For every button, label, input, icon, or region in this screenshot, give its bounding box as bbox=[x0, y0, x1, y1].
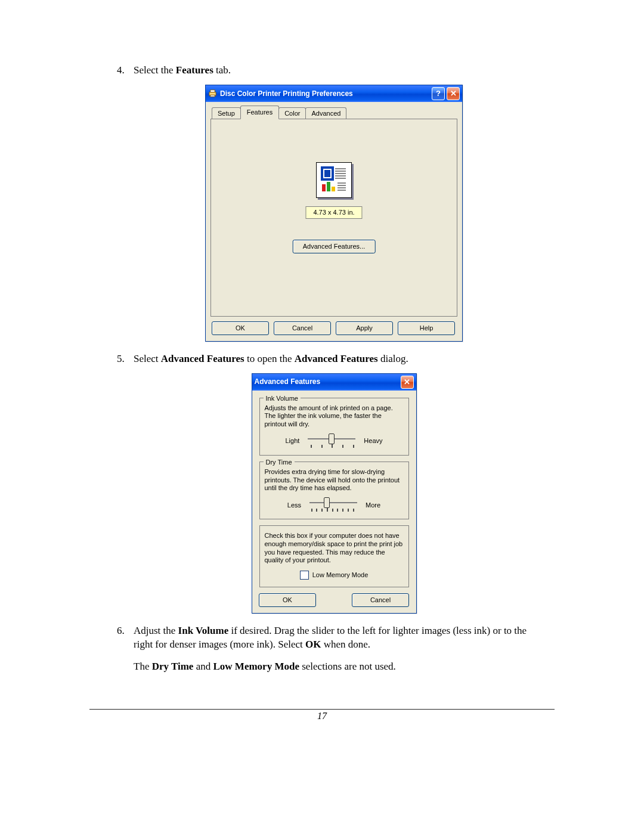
group-description: Adjusts the amount of ink printed on a p… bbox=[265, 404, 404, 429]
svg-rect-2 bbox=[210, 95, 215, 97]
group-legend: Ink Volume bbox=[264, 394, 301, 403]
step-5: 5. Select Advanced Features to open the … bbox=[117, 352, 534, 614]
dialog-body: Ink Volume Adjusts the amount of ink pri… bbox=[252, 391, 416, 613]
apply-button[interactable]: Apply bbox=[336, 321, 393, 335]
svg-rect-12 bbox=[332, 187, 335, 191]
ok-button[interactable]: OK bbox=[259, 593, 316, 607]
media-preview-icon bbox=[316, 162, 352, 198]
checkbox-label: Low Memory Mode bbox=[312, 571, 369, 580]
titlebar: Advanced Features ✕ bbox=[252, 374, 416, 391]
step-number: 5. bbox=[117, 352, 125, 366]
printing-preferences-dialog: Disc Color Printer Printing Preferences … bbox=[205, 85, 463, 342]
step-note: The Dry Time and Low Memory Mode selecti… bbox=[134, 661, 396, 672]
tab-features[interactable]: Features bbox=[240, 106, 279, 119]
instruction-list: 4. Select the Features tab. bbox=[117, 64, 534, 674]
svg-rect-1 bbox=[210, 90, 215, 92]
group-description: Provides extra drying time for slow-dryi… bbox=[265, 468, 404, 493]
ink-volume-slider-row: Light Heavy bbox=[265, 435, 404, 448]
slider-right-label: More bbox=[366, 501, 380, 510]
page-number: 17 bbox=[0, 711, 644, 721]
titlebar: Disc Color Printer Printing Preferences … bbox=[206, 85, 462, 102]
cancel-button[interactable]: Cancel bbox=[352, 593, 409, 607]
step-6: 6. Adjust the Ink Volume if desired. Dra… bbox=[117, 624, 534, 674]
dialog-title: Advanced Features bbox=[255, 377, 321, 386]
cancel-button[interactable]: Cancel bbox=[274, 321, 331, 335]
step-text: Select Advanced Features to open the Adv… bbox=[134, 353, 408, 364]
tab-color[interactable]: Color bbox=[278, 107, 306, 119]
tab-setup[interactable]: Setup bbox=[212, 107, 241, 119]
low-memory-checkbox[interactable] bbox=[300, 571, 309, 580]
advanced-features-dialog: Advanced Features ✕ Ink Volume Adjusts t… bbox=[252, 373, 417, 614]
dialog-button-row: OK Cancel Apply Help bbox=[210, 317, 457, 336]
ink-volume-slider[interactable] bbox=[308, 435, 355, 448]
step-number: 4. bbox=[117, 64, 125, 78]
close-button[interactable]: ✕ bbox=[447, 87, 460, 100]
tab-page: 4.73 x 4.73 in. Advanced Features... bbox=[210, 119, 457, 317]
dialog-body: Setup Features Color Advanced bbox=[206, 102, 462, 341]
ok-button[interactable]: OK bbox=[212, 321, 269, 335]
footer-rule bbox=[89, 709, 555, 710]
step-4: 4. Select the Features tab. bbox=[117, 64, 534, 342]
dialog-button-row: OK Cancel bbox=[256, 593, 413, 607]
help-button[interactable]: ? bbox=[432, 87, 445, 100]
slider-left-label: Less bbox=[287, 501, 301, 510]
svg-rect-11 bbox=[327, 182, 330, 191]
dialog-title: Disc Color Printer Printing Preferences bbox=[220, 89, 353, 98]
tab-advanced[interactable]: Advanced bbox=[305, 107, 346, 119]
document-page: 4. Select the Features tab. bbox=[0, 0, 644, 833]
group-description: Check this box if your computer does not… bbox=[265, 532, 404, 565]
tab-strip: Setup Features Color Advanced bbox=[210, 106, 457, 119]
content-column: 4. Select the Features tab. bbox=[117, 64, 534, 681]
dry-time-group: Dry Time Provides extra drying time for … bbox=[259, 462, 409, 519]
svg-rect-4 bbox=[324, 170, 330, 177]
step-text: Adjust the Ink Volume if desired. Drag t… bbox=[134, 625, 527, 650]
svg-rect-10 bbox=[322, 184, 326, 191]
help-button[interactable]: Help bbox=[398, 321, 455, 335]
low-memory-checkbox-row: Low Memory Mode bbox=[265, 571, 404, 580]
advanced-features-button[interactable]: Advanced Features... bbox=[293, 240, 376, 253]
low-memory-group: Check this box if your computer does not… bbox=[259, 525, 409, 587]
slider-right-label: Heavy bbox=[364, 436, 382, 445]
close-button[interactable]: ✕ bbox=[401, 376, 414, 389]
step-number: 6. bbox=[117, 624, 125, 638]
group-legend: Dry Time bbox=[264, 458, 295, 467]
dry-time-slider[interactable] bbox=[309, 498, 357, 512]
dry-time-slider-row: Less bbox=[265, 498, 404, 512]
ink-volume-group: Ink Volume Adjusts the amount of ink pri… bbox=[259, 398, 409, 456]
step-text: Select the Features tab. bbox=[134, 64, 231, 76]
slider-left-label: Light bbox=[285, 436, 299, 445]
printer-icon bbox=[208, 89, 217, 98]
media-size-label: 4.73 x 4.73 in. bbox=[305, 206, 362, 219]
